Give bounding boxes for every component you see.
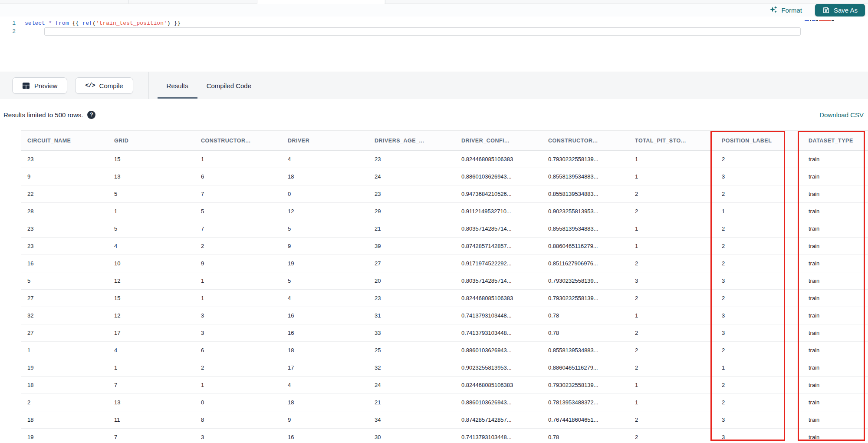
- preview-label: Preview: [34, 82, 57, 89]
- table-cell: 23: [21, 238, 108, 255]
- table-row: 231514230.8244680851063830.7930232558139…: [21, 151, 868, 168]
- column-header[interactable]: DRIVER: [281, 131, 368, 150]
- code-editor[interactable]: 1 2 select * from {{ ref('train_test_pos…: [0, 17, 868, 72]
- table-row: 23575210.8035714285714...0.8558139534883…: [21, 220, 868, 238]
- code-area[interactable]: select * from {{ ref('train_test_positio…: [20, 17, 868, 72]
- table-cell: 20: [368, 272, 455, 289]
- table-cell: train: [802, 203, 868, 220]
- divider: [148, 72, 149, 99]
- table-row: 913618240.8860103626943...0.855813953488…: [21, 168, 868, 185]
- table-cell: 19: [21, 429, 108, 443]
- preview-button[interactable]: Preview: [12, 77, 67, 94]
- table-cell: 7: [108, 377, 194, 393]
- table-cell: train: [802, 255, 868, 272]
- column-header[interactable]: DRIVER_CONFI...: [455, 131, 542, 150]
- compile-button[interactable]: </> Compile: [75, 77, 133, 94]
- table-cell: 0.8860103626943...: [455, 168, 542, 185]
- table-cell: 5: [281, 272, 368, 289]
- column-header[interactable]: DATASET_TYPE: [802, 131, 868, 150]
- table-cell: 0.9171974522292...: [455, 255, 542, 272]
- table-cell: train: [802, 429, 868, 443]
- format-label: Format: [781, 7, 802, 14]
- table-cell: 0.824468085106383: [455, 377, 542, 393]
- code-line-1: select * from {{ ref('train_test_positio…: [20, 19, 868, 27]
- column-header[interactable]: TOTAL_PIT_STO...: [628, 131, 715, 150]
- table-cell: 0.9473684210526...: [455, 185, 542, 202]
- tab-results[interactable]: Results: [158, 72, 197, 99]
- table-cell: 0.7413793103448...: [455, 429, 542, 443]
- table-cell: 24: [368, 377, 455, 393]
- table-cell: train: [802, 168, 868, 185]
- table-cell: 27: [368, 255, 455, 272]
- active-tab-underline: [158, 97, 197, 99]
- table-cell: 0.824468085106383: [455, 151, 542, 168]
- table-cell: 5: [194, 203, 281, 220]
- table-cell: 15: [108, 151, 194, 168]
- tab-compiled-code[interactable]: Compiled Code: [197, 72, 260, 99]
- table-cell: 9: [281, 411, 368, 428]
- table-cell: 18: [21, 377, 108, 393]
- table-cell: 12: [108, 307, 194, 324]
- table-cell: 1: [194, 290, 281, 307]
- table-row: 1610919270.9171974522292...0.85116279069…: [21, 255, 868, 272]
- table-cell: 2: [21, 394, 108, 411]
- table-cell: 19: [281, 255, 368, 272]
- format-button[interactable]: Format: [769, 6, 802, 15]
- table-cell: 5: [108, 220, 194, 237]
- column-header[interactable]: CONSTRUCTOR...: [542, 131, 628, 150]
- table-row: 181189340.8742857142857...0.767441860465…: [21, 411, 868, 429]
- table-cell: 1: [628, 307, 715, 324]
- table-cell: 4: [281, 151, 368, 168]
- table-cell: 23: [21, 151, 108, 168]
- table-row: 22570230.9473684210526...0.8558139534883…: [21, 185, 868, 203]
- table-cell: 7: [194, 185, 281, 202]
- table-cell: 4: [281, 377, 368, 393]
- table-cell: 17: [108, 324, 194, 341]
- table-cell: 25: [368, 342, 455, 359]
- table-cell: 9: [21, 168, 108, 185]
- column-header[interactable]: CIRCUIT_NAME: [21, 131, 108, 150]
- save-as-button[interactable]: Save As: [815, 4, 865, 17]
- table-cell: 0.8860465116279...: [542, 238, 628, 255]
- table-cell: train: [802, 290, 868, 307]
- table-cell: 5: [108, 185, 194, 202]
- table-cell: 0.8742857142857...: [455, 238, 542, 255]
- table-cell: 23: [368, 290, 455, 307]
- table-cell: 1: [108, 359, 194, 376]
- table-row: 23429390.8742857142857...0.8860465116279…: [21, 238, 868, 255]
- table-cell: 2: [715, 377, 802, 393]
- table-cell: 3: [715, 307, 802, 324]
- table-cell: 12: [281, 203, 368, 220]
- table-cell: train: [802, 394, 868, 411]
- table-cell: 2: [715, 185, 802, 202]
- help-icon[interactable]: ?: [87, 111, 95, 119]
- table-cell: train: [802, 307, 868, 324]
- code-icon: </>: [85, 82, 95, 89]
- table-cell: 1: [628, 394, 715, 411]
- table-cell: 5: [21, 272, 108, 289]
- save-icon: [822, 7, 830, 14]
- table-cell: 0.8511627906976...: [542, 255, 628, 272]
- table-cell: 3: [194, 307, 281, 324]
- table-row: 271514230.8244680851063830.7930232558139…: [21, 290, 868, 307]
- table-cell: 32: [368, 359, 455, 376]
- table-cell: 27: [21, 324, 108, 341]
- column-header[interactable]: CONSTRUCTOR...: [194, 131, 281, 150]
- editor-minimap[interactable]: [805, 20, 865, 65]
- column-header[interactable]: POSITION_LABEL: [715, 131, 802, 150]
- table-cell: 0.824468085106383: [455, 290, 542, 307]
- table-cell: 0.8860103626943...: [455, 394, 542, 411]
- table-cell: 23: [21, 220, 108, 237]
- file-tab-strip[interactable]: [0, 0, 868, 4]
- table-cell: 18: [281, 342, 368, 359]
- download-csv-link[interactable]: Download CSV: [819, 111, 864, 119]
- table-cell: 2: [715, 342, 802, 359]
- table-cell: 8: [194, 411, 281, 428]
- table-cell: 0: [281, 185, 368, 202]
- column-header[interactable]: DRIVERS_AGE_...: [368, 131, 455, 150]
- table-cell: 21: [368, 220, 455, 237]
- active-file-tab[interactable]: [257, 0, 385, 4]
- column-header[interactable]: GRID: [108, 131, 194, 150]
- table-cell: 4: [108, 238, 194, 255]
- table-header-row: CIRCUIT_NAMEGRIDCONSTRUCTOR...DRIVERDRIV…: [21, 130, 868, 151]
